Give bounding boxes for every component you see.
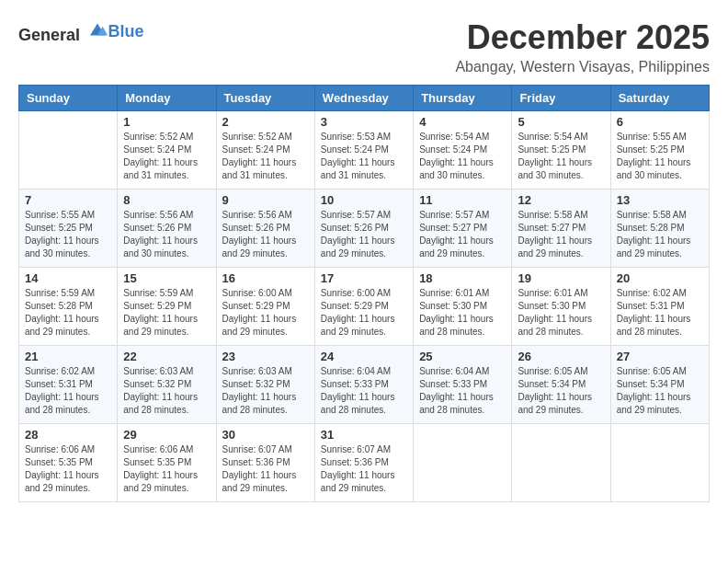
calendar-cell: 2Sunrise: 5:52 AM Sunset: 5:24 PM Daylig… bbox=[216, 111, 314, 190]
day-info: Sunrise: 5:56 AM Sunset: 5:26 PM Dayligh… bbox=[222, 209, 309, 260]
day-number: 2 bbox=[222, 115, 309, 129]
calendar-header: SundayMondayTuesdayWednesdayThursdayFrid… bbox=[19, 86, 710, 111]
header: General Blue December 2025 Abangay, West… bbox=[18, 18, 710, 75]
day-info: Sunrise: 5:58 AM Sunset: 5:27 PM Dayligh… bbox=[518, 209, 604, 260]
calendar-cell: 21Sunrise: 6:02 AM Sunset: 5:31 PM Dayli… bbox=[19, 346, 118, 424]
day-info: Sunrise: 6:02 AM Sunset: 5:31 PM Dayligh… bbox=[25, 365, 111, 417]
day-number: 1 bbox=[123, 115, 210, 129]
week-row-3: 14Sunrise: 5:59 AM Sunset: 5:28 PM Dayli… bbox=[19, 268, 710, 346]
day-number: 21 bbox=[25, 350, 111, 363]
weekday-header-thursday: Thursday bbox=[414, 86, 512, 111]
day-number: 11 bbox=[419, 193, 506, 207]
logo-icon bbox=[86, 18, 108, 40]
day-number: 20 bbox=[617, 271, 703, 285]
calendar-cell: 23Sunrise: 6:03 AM Sunset: 5:32 PM Dayli… bbox=[216, 346, 314, 424]
day-number: 16 bbox=[222, 271, 309, 285]
logo: General Blue bbox=[18, 18, 144, 45]
calendar-cell: 8Sunrise: 5:56 AM Sunset: 5:26 PM Daylig… bbox=[118, 190, 216, 268]
logo-general: General bbox=[18, 26, 80, 44]
day-info: Sunrise: 5:57 AM Sunset: 5:27 PM Dayligh… bbox=[419, 209, 506, 260]
day-number: 18 bbox=[419, 271, 506, 285]
day-info: Sunrise: 5:52 AM Sunset: 5:24 PM Dayligh… bbox=[123, 131, 210, 182]
week-row-4: 21Sunrise: 6:02 AM Sunset: 5:31 PM Dayli… bbox=[19, 346, 710, 424]
calendar-cell: 20Sunrise: 6:02 AM Sunset: 5:31 PM Dayli… bbox=[610, 268, 709, 346]
title-area: December 2025 Abangay, Western Visayas, … bbox=[455, 18, 710, 75]
week-row-1: 1Sunrise: 5:52 AM Sunset: 5:24 PM Daylig… bbox=[19, 111, 710, 190]
day-info: Sunrise: 6:04 AM Sunset: 5:33 PM Dayligh… bbox=[419, 365, 506, 417]
day-info: Sunrise: 5:52 AM Sunset: 5:24 PM Dayligh… bbox=[222, 131, 309, 182]
weekday-row: SundayMondayTuesdayWednesdayThursdayFrid… bbox=[19, 86, 710, 111]
weekday-header-tuesday: Tuesday bbox=[216, 86, 314, 111]
day-number: 26 bbox=[518, 350, 604, 363]
calendar-cell: 19Sunrise: 6:01 AM Sunset: 5:30 PM Dayli… bbox=[512, 268, 610, 346]
weekday-header-wednesday: Wednesday bbox=[314, 86, 413, 111]
day-number: 3 bbox=[321, 115, 407, 129]
day-number: 13 bbox=[617, 193, 703, 207]
day-info: Sunrise: 6:07 AM Sunset: 5:36 PM Dayligh… bbox=[222, 443, 309, 495]
day-number: 15 bbox=[123, 271, 210, 285]
day-number: 30 bbox=[222, 428, 309, 442]
calendar-cell: 28Sunrise: 6:06 AM Sunset: 5:35 PM Dayli… bbox=[19, 424, 118, 502]
weekday-header-friday: Friday bbox=[512, 86, 610, 111]
day-number: 7 bbox=[25, 193, 111, 207]
day-number: 28 bbox=[25, 428, 111, 442]
month-title: December 2025 bbox=[455, 18, 710, 57]
week-row-2: 7Sunrise: 5:55 AM Sunset: 5:25 PM Daylig… bbox=[19, 190, 710, 268]
day-info: Sunrise: 6:02 AM Sunset: 5:31 PM Dayligh… bbox=[617, 287, 703, 339]
calendar-cell: 18Sunrise: 6:01 AM Sunset: 5:30 PM Dayli… bbox=[414, 268, 512, 346]
day-info: Sunrise: 6:00 AM Sunset: 5:29 PM Dayligh… bbox=[321, 287, 407, 339]
day-number: 4 bbox=[419, 115, 506, 129]
day-info: Sunrise: 5:59 AM Sunset: 5:29 PM Dayligh… bbox=[123, 287, 210, 339]
calendar-cell: 4Sunrise: 5:54 AM Sunset: 5:24 PM Daylig… bbox=[414, 111, 512, 190]
day-info: Sunrise: 6:03 AM Sunset: 5:32 PM Dayligh… bbox=[222, 365, 309, 417]
day-info: Sunrise: 5:55 AM Sunset: 5:25 PM Dayligh… bbox=[25, 209, 111, 260]
calendar-cell: 11Sunrise: 5:57 AM Sunset: 5:27 PM Dayli… bbox=[414, 190, 512, 268]
day-number: 22 bbox=[123, 350, 210, 363]
day-number: 12 bbox=[518, 193, 604, 207]
calendar-cell: 13Sunrise: 5:58 AM Sunset: 5:28 PM Dayli… bbox=[610, 190, 709, 268]
calendar-body: 1Sunrise: 5:52 AM Sunset: 5:24 PM Daylig… bbox=[19, 111, 710, 502]
calendar-cell: 10Sunrise: 5:57 AM Sunset: 5:26 PM Dayli… bbox=[314, 190, 413, 268]
calendar-cell: 27Sunrise: 6:05 AM Sunset: 5:34 PM Dayli… bbox=[610, 346, 709, 424]
calendar-cell: 5Sunrise: 5:54 AM Sunset: 5:25 PM Daylig… bbox=[512, 111, 610, 190]
day-info: Sunrise: 6:00 AM Sunset: 5:29 PM Dayligh… bbox=[222, 287, 309, 339]
week-row-5: 28Sunrise: 6:06 AM Sunset: 5:35 PM Dayli… bbox=[19, 424, 710, 502]
day-number: 10 bbox=[321, 193, 407, 207]
day-info: Sunrise: 6:05 AM Sunset: 5:34 PM Dayligh… bbox=[518, 365, 604, 417]
day-info: Sunrise: 5:58 AM Sunset: 5:28 PM Dayligh… bbox=[617, 209, 703, 260]
day-number: 5 bbox=[518, 115, 604, 129]
day-info: Sunrise: 5:55 AM Sunset: 5:25 PM Dayligh… bbox=[617, 131, 703, 182]
calendar-cell: 31Sunrise: 6:07 AM Sunset: 5:36 PM Dayli… bbox=[314, 424, 413, 502]
calendar-cell: 12Sunrise: 5:58 AM Sunset: 5:27 PM Dayli… bbox=[512, 190, 610, 268]
day-info: Sunrise: 6:04 AM Sunset: 5:33 PM Dayligh… bbox=[321, 365, 407, 417]
calendar-cell: 7Sunrise: 5:55 AM Sunset: 5:25 PM Daylig… bbox=[19, 190, 118, 268]
calendar-cell: 25Sunrise: 6:04 AM Sunset: 5:33 PM Dayli… bbox=[414, 346, 512, 424]
day-info: Sunrise: 6:01 AM Sunset: 5:30 PM Dayligh… bbox=[518, 287, 604, 339]
calendar-cell: 16Sunrise: 6:00 AM Sunset: 5:29 PM Dayli… bbox=[216, 268, 314, 346]
day-number: 14 bbox=[25, 271, 111, 285]
day-number: 31 bbox=[321, 428, 407, 442]
day-info: Sunrise: 6:01 AM Sunset: 5:30 PM Dayligh… bbox=[419, 287, 506, 339]
day-info: Sunrise: 6:03 AM Sunset: 5:32 PM Dayligh… bbox=[123, 365, 210, 417]
calendar-cell: 6Sunrise: 5:55 AM Sunset: 5:25 PM Daylig… bbox=[610, 111, 709, 190]
day-info: Sunrise: 6:05 AM Sunset: 5:34 PM Dayligh… bbox=[617, 365, 703, 417]
calendar: SundayMondayTuesdayWednesdayThursdayFrid… bbox=[18, 85, 710, 502]
day-number: 27 bbox=[617, 350, 703, 363]
calendar-cell: 9Sunrise: 5:56 AM Sunset: 5:26 PM Daylig… bbox=[216, 190, 314, 268]
calendar-cell: 14Sunrise: 5:59 AM Sunset: 5:28 PM Dayli… bbox=[19, 268, 118, 346]
calendar-cell: 30Sunrise: 6:07 AM Sunset: 5:36 PM Dayli… bbox=[216, 424, 314, 502]
weekday-header-monday: Monday bbox=[118, 86, 216, 111]
day-number: 24 bbox=[321, 350, 407, 363]
day-info: Sunrise: 5:57 AM Sunset: 5:26 PM Dayligh… bbox=[321, 209, 407, 260]
calendar-cell: 26Sunrise: 6:05 AM Sunset: 5:34 PM Dayli… bbox=[512, 346, 610, 424]
day-number: 17 bbox=[321, 271, 407, 285]
calendar-cell: 29Sunrise: 6:06 AM Sunset: 5:35 PM Dayli… bbox=[118, 424, 216, 502]
day-info: Sunrise: 5:54 AM Sunset: 5:24 PM Dayligh… bbox=[419, 131, 506, 182]
day-number: 9 bbox=[222, 193, 309, 207]
calendar-cell bbox=[512, 424, 610, 502]
day-info: Sunrise: 5:54 AM Sunset: 5:25 PM Dayligh… bbox=[518, 131, 604, 182]
calendar-cell bbox=[19, 111, 118, 190]
day-number: 19 bbox=[518, 271, 604, 285]
logo-blue: Blue bbox=[108, 22, 144, 40]
calendar-cell bbox=[610, 424, 709, 502]
